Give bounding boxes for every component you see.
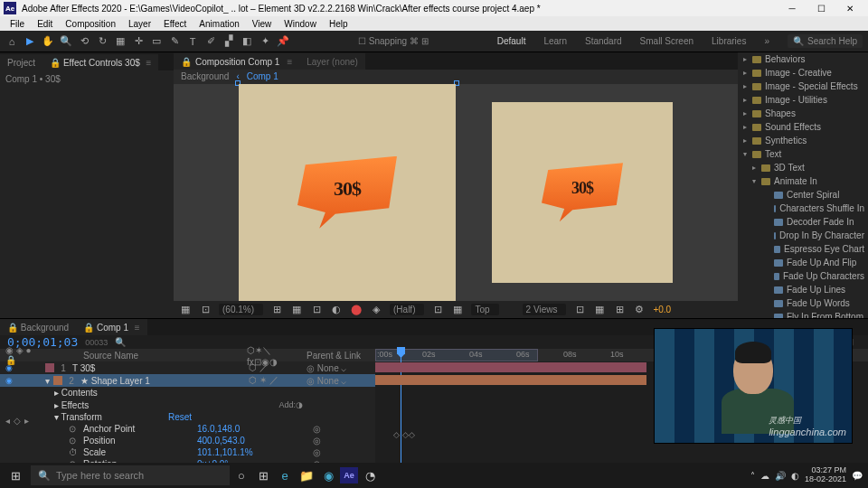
pen-tool-icon[interactable]: ✎ xyxy=(168,35,181,48)
tray-icon[interactable]: ☁ xyxy=(760,471,769,481)
tray-icon[interactable]: 🔊 xyxy=(775,471,786,481)
tl-tab-comp1[interactable]: 🔒 Comp 1 ≡ xyxy=(76,319,146,335)
preset-folder[interactable]: Image - Special Effects xyxy=(738,80,868,93)
camera-tool-icon[interactable]: ▦ xyxy=(114,35,127,48)
resolution-dropdown[interactable]: (Half) xyxy=(390,304,424,315)
zoom-dropdown[interactable]: (60.1%) xyxy=(219,304,263,315)
transform-prop[interactable]: ⏱Scale101.1,101.1%◎ xyxy=(0,446,375,458)
start-button[interactable]: ⊞ xyxy=(5,465,25,485)
menu-layer[interactable]: Layer xyxy=(122,19,157,29)
brush-tool-icon[interactable]: ✐ xyxy=(204,35,217,48)
preset-item[interactable]: Fly In From Bottom xyxy=(738,310,868,318)
transform-prop[interactable]: ⊙Anchor Point16.0,148.0◎ xyxy=(0,423,375,435)
preset-item[interactable]: Fade Up And Flip xyxy=(738,256,868,269)
workspace-default[interactable]: Default xyxy=(497,36,526,46)
magnify-icon[interactable]: ▦ xyxy=(179,303,192,315)
views-dropdown[interactable]: 2 Views xyxy=(523,304,567,315)
composition-viewer[interactable]: 30$ 30$ xyxy=(174,84,738,301)
maximize-button[interactable]: ☐ xyxy=(816,3,826,14)
preset-folder[interactable]: Shapes xyxy=(738,107,868,120)
text-tool-icon[interactable]: T xyxy=(186,35,199,48)
menu-view[interactable]: View xyxy=(246,19,278,29)
vf-icon[interactable]: ⊞ xyxy=(613,303,626,315)
workspace-libraries[interactable]: Libraries xyxy=(712,36,746,46)
selection-tool-icon[interactable]: ▶ xyxy=(24,35,36,48)
next-keyframe-icon[interactable]: ▸ xyxy=(24,416,29,426)
canvas-right[interactable]: 30$ xyxy=(492,102,673,283)
zoom-tool-icon[interactable]: 🔍 xyxy=(60,35,72,48)
roto-tool-icon[interactable]: ✦ xyxy=(259,35,271,48)
canvas-left[interactable]: 30$ xyxy=(239,84,456,301)
layer-row-2[interactable]: ◉ ▾ 2 ★ Shape Layer 1 ⬡ ✶ ／ ◎ None ⌵ xyxy=(0,374,375,387)
add-keyframe-icon[interactable]: ◇ xyxy=(14,416,21,426)
minimize-button[interactable]: ─ xyxy=(787,3,797,14)
res-icon[interactable]: ⊞ xyxy=(270,303,283,315)
transparency-icon[interactable]: ◈ xyxy=(370,303,382,315)
exposure-value[interactable]: +0.0 xyxy=(653,305,671,314)
task-view-icon[interactable]: ⊞ xyxy=(253,465,273,485)
preset-folder[interactable]: Synthetics xyxy=(738,134,868,147)
vf-icon[interactable]: ▦ xyxy=(593,303,606,315)
taskbar-clock[interactable]: 03:27 PM 18-02-2021 xyxy=(805,466,846,484)
grid-icon[interactable]: ▦ xyxy=(290,303,303,315)
preset-folder[interactable]: Behaviors xyxy=(738,52,868,66)
snapping-toggle[interactable]: ☐ Snapping ⌘ ⊞ xyxy=(358,36,429,46)
prop-effects[interactable]: ▸ Effects xyxy=(0,399,375,411)
view-icon[interactable]: ▦ xyxy=(451,303,464,315)
region-icon[interactable]: ⬤ xyxy=(350,303,363,315)
preset-item[interactable]: Espresso Eye Chart xyxy=(738,242,868,256)
explorer-icon[interactable]: 📁 xyxy=(297,465,316,485)
preset-folder[interactable]: 3D Text xyxy=(738,161,868,174)
tab-effect-controls[interactable]: 🔒 Effect Controls 30$ ≡ xyxy=(42,54,158,70)
tab-project[interactable]: Project xyxy=(0,54,42,70)
mask-icon[interactable]: ◐ xyxy=(330,303,343,315)
alpha-icon[interactable]: ⊡ xyxy=(199,303,212,315)
preset-item[interactable]: Center Spiral xyxy=(738,188,868,202)
workspace-learn[interactable]: Learn xyxy=(543,36,567,46)
preset-item[interactable]: Characters Shuffle In xyxy=(738,202,868,215)
tray-icon[interactable]: ˄ xyxy=(750,471,755,481)
preset-folder[interactable]: Animate In xyxy=(738,174,868,188)
puppet-tool-icon[interactable]: 📌 xyxy=(277,35,289,48)
taskbar-search[interactable]: 🔍 Type here to search xyxy=(31,465,230,485)
breadcrumb-background[interactable]: Background xyxy=(181,71,229,81)
search-help[interactable]: 🔍 Search Help xyxy=(788,34,863,48)
vf-icon[interactable]: ⚙ xyxy=(633,303,646,315)
preset-item[interactable]: Fade Up Characters xyxy=(738,269,868,283)
preset-folder[interactable]: Image - Utilities xyxy=(738,93,868,107)
menu-file[interactable]: File xyxy=(4,19,31,29)
close-button[interactable]: ✕ xyxy=(844,3,855,14)
prev-keyframe-icon[interactable]: ◂ xyxy=(5,416,10,426)
eraser-tool-icon[interactable]: ◧ xyxy=(241,35,253,48)
ae-taskbar-icon[interactable]: Ae xyxy=(340,467,358,483)
workspace-small[interactable]: Small Screen xyxy=(640,36,693,46)
preset-folder[interactable]: Sound Effects xyxy=(738,120,868,134)
menu-animation[interactable]: Animation xyxy=(193,19,245,29)
preset-item[interactable]: Fade Up Words xyxy=(738,296,868,310)
preset-item[interactable]: Fade Up Lines xyxy=(738,283,868,296)
tray-icon[interactable]: ◐ xyxy=(791,471,799,481)
edge-icon[interactable]: ◉ xyxy=(318,465,338,485)
home-icon[interactable]: ⌂ xyxy=(5,35,18,48)
tab-composition[interactable]: 🔒 Composition Comp 1 ≡ xyxy=(174,53,299,70)
layer-bar-2[interactable] xyxy=(375,375,646,385)
tab-layer[interactable]: Layer (none) xyxy=(299,53,365,70)
transform-prop[interactable]: ⊙Position400.0,543.0◎ xyxy=(0,435,375,446)
layer-color-chip[interactable] xyxy=(53,376,62,385)
tab-menu-icon[interactable]: ≡ xyxy=(287,57,292,67)
layer-bar-1[interactable] xyxy=(375,362,646,372)
breadcrumb-comp1[interactable]: Comp 1 xyxy=(247,71,278,81)
workspace-more-icon[interactable]: » xyxy=(764,36,769,46)
notifications-icon[interactable]: 💬 xyxy=(852,471,863,481)
preset-folder[interactable]: Text xyxy=(738,147,868,161)
search-icon[interactable]: 🔍 xyxy=(115,337,126,347)
tl-tab-background[interactable]: 🔒 Background xyxy=(0,319,76,335)
tab-close-icon[interactable]: ≡ xyxy=(146,58,152,68)
shape-tool-icon[interactable]: ▭ xyxy=(150,35,163,48)
app-icon[interactable]: ◔ xyxy=(360,465,380,485)
vf-icon[interactable]: ⊡ xyxy=(573,303,586,315)
keyframe-icon[interactable]: ◇ ◇◇ xyxy=(393,430,415,439)
menu-composition[interactable]: Composition xyxy=(59,19,122,29)
menu-help[interactable]: Help xyxy=(323,19,354,29)
menu-edit[interactable]: Edit xyxy=(31,19,59,29)
